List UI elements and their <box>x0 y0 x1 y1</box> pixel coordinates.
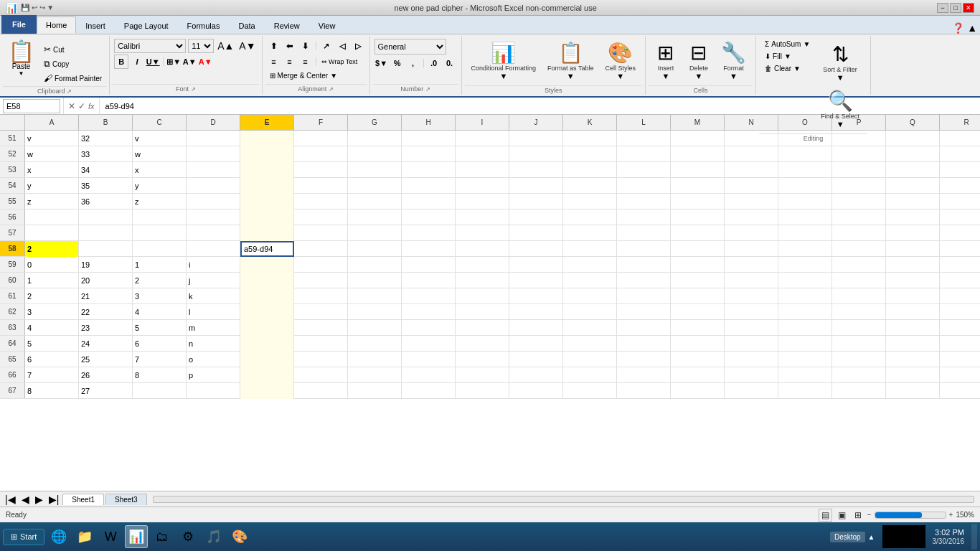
cell-o66[interactable] <box>778 367 832 383</box>
cell-r63[interactable] <box>940 320 980 336</box>
cell-e53[interactable] <box>240 162 294 178</box>
cell-styles-button[interactable]: 🎨 Cell Styles ▼ <box>600 39 641 84</box>
col-header-r[interactable]: R <box>940 115 980 130</box>
cell-m63[interactable] <box>671 320 725 336</box>
format-button[interactable]: 🔧 Format ▼ <box>716 39 751 84</box>
cell-p64[interactable] <box>832 336 886 352</box>
autosum-button[interactable]: Σ AutoSum ▼ <box>762 39 813 50</box>
cell-c54[interactable]: y <box>133 178 187 194</box>
cell-q57[interactable] <box>886 225 940 241</box>
decrease-decimal-button[interactable]: 0. <box>443 56 457 70</box>
cell-o56[interactable] <box>778 209 832 225</box>
taskbar-task-manager[interactable]: ⚙ <box>176 525 199 548</box>
cell-f58[interactable] <box>294 241 348 257</box>
cell-k62[interactable] <box>563 304 617 320</box>
cell-q62[interactable] <box>886 304 940 320</box>
cell-l57[interactable] <box>617 225 671 241</box>
cell-g63[interactable] <box>348 320 402 336</box>
cell-o54[interactable] <box>778 178 832 194</box>
cell-c51[interactable]: v <box>133 131 187 146</box>
cell-p57[interactable] <box>832 225 886 241</box>
align-center-button[interactable]: ≡ <box>283 55 297 69</box>
cell-g54[interactable] <box>348 178 402 194</box>
cell-o53[interactable] <box>778 162 832 178</box>
confirm-formula-icon[interactable]: ✓ <box>78 101 85 111</box>
cell-q54[interactable] <box>886 178 940 194</box>
cell-a58[interactable]: 2 <box>25 241 79 257</box>
paste-button[interactable]: 📋 Paste ▼ <box>4 39 38 79</box>
cell-m59[interactable] <box>671 257 725 273</box>
cell-o65[interactable] <box>778 352 832 367</box>
cell-n62[interactable] <box>725 304 778 320</box>
cell-n60[interactable] <box>725 273 778 288</box>
cell-q55[interactable] <box>886 194 940 209</box>
cell-b66[interactable]: 26 <box>79 367 133 383</box>
cell-a67[interactable]: 8 <box>25 383 79 399</box>
cell-q51[interactable] <box>886 131 940 146</box>
cell-j51[interactable] <box>509 131 563 146</box>
cell-c55[interactable]: z <box>133 194 187 209</box>
cell-j55[interactable] <box>509 194 563 209</box>
col-header-e[interactable]: E <box>240 115 294 130</box>
cell-o61[interactable] <box>778 288 832 304</box>
cell-q52[interactable] <box>886 146 940 162</box>
cell-h52[interactable] <box>402 146 456 162</box>
cell-f61[interactable] <box>294 288 348 304</box>
cell-b62[interactable]: 22 <box>79 304 133 320</box>
cell-i63[interactable] <box>456 320 509 336</box>
cell-b56[interactable] <box>79 209 133 225</box>
cell-i52[interactable] <box>456 146 509 162</box>
cell-q56[interactable] <box>886 209 940 225</box>
cell-o63[interactable] <box>778 320 832 336</box>
col-header-l[interactable]: L <box>617 115 671 130</box>
cell-h55[interactable] <box>402 194 456 209</box>
cell-i51[interactable] <box>456 131 509 146</box>
cell-r57[interactable] <box>940 225 980 241</box>
cell-l54[interactable] <box>617 178 671 194</box>
cell-l66[interactable] <box>617 367 671 383</box>
cell-q61[interactable] <box>886 288 940 304</box>
cell-m57[interactable] <box>671 225 725 241</box>
cell-j52[interactable] <box>509 146 563 162</box>
cell-j63[interactable] <box>509 320 563 336</box>
row-num-53[interactable]: 53 <box>0 162 25 177</box>
cell-h60[interactable] <box>402 273 456 288</box>
cell-a65[interactable]: 6 <box>25 352 79 367</box>
cell-a63[interactable]: 4 <box>25 320 79 336</box>
cell-r58[interactable] <box>940 241 980 257</box>
increase-font-icon[interactable]: A▲ <box>216 40 235 52</box>
view-layout-icon[interactable]: ▣ <box>835 509 849 522</box>
cell-i67[interactable] <box>456 383 509 399</box>
col-header-d[interactable]: D <box>187 115 240 130</box>
cell-h58[interactable] <box>402 241 456 257</box>
cell-g56[interactable] <box>348 209 402 225</box>
cell-b65[interactable]: 25 <box>79 352 133 367</box>
cell-n66[interactable] <box>725 367 778 383</box>
cell-a51[interactable]: v <box>25 131 79 146</box>
cell-q53[interactable] <box>886 162 940 178</box>
cell-k55[interactable] <box>563 194 617 209</box>
cell-e61[interactable] <box>240 288 294 304</box>
cell-a57[interactable] <box>25 225 79 241</box>
cell-n63[interactable] <box>725 320 778 336</box>
cell-h67[interactable] <box>402 383 456 399</box>
cell-k66[interactable] <box>563 367 617 383</box>
cell-k58[interactable] <box>563 241 617 257</box>
cell-n67[interactable] <box>725 383 778 399</box>
cell-l59[interactable] <box>617 257 671 273</box>
cell-r61[interactable] <box>940 288 980 304</box>
cell-a56[interactable] <box>25 209 79 225</box>
cell-f52[interactable] <box>294 146 348 162</box>
cell-e59[interactable] <box>240 257 294 273</box>
cell-m52[interactable] <box>671 146 725 162</box>
cell-d53[interactable] <box>187 162 240 178</box>
col-header-f[interactable]: F <box>294 115 348 130</box>
cell-p53[interactable] <box>832 162 886 178</box>
cell-j54[interactable] <box>509 178 563 194</box>
cell-e60[interactable] <box>240 273 294 288</box>
cell-r53[interactable] <box>940 162 980 178</box>
row-num-62[interactable]: 62 <box>0 304 25 319</box>
cell-j56[interactable] <box>509 209 563 225</box>
cell-o55[interactable] <box>778 194 832 209</box>
cell-c63[interactable]: 5 <box>133 320 187 336</box>
